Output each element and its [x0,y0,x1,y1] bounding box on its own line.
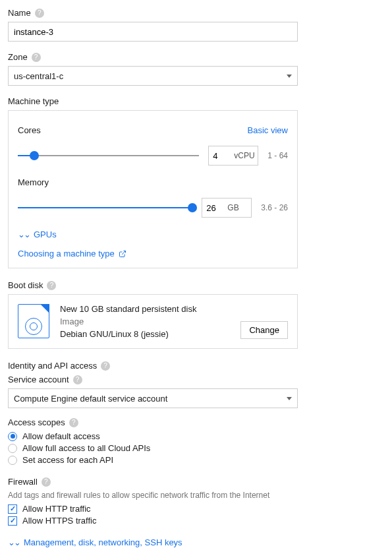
checkbox-icon [8,504,17,514]
scope-default-label: Allow default access [22,431,100,441]
service-account-value: Compute Engine default service account [14,394,167,404]
help-icon[interactable]: ? [42,477,51,487]
memory-slider[interactable] [18,201,192,214]
name-label: Name [8,8,31,18]
identity-label: Identity and API access [8,361,97,371]
scope-default-radio[interactable]: Allow default access [8,431,298,441]
firewall-label: Firewall [8,477,38,487]
help-icon[interactable]: ? [73,375,82,384]
http-checkbox[interactable]: Allow HTTP traffic [8,504,298,514]
basic-view-link[interactable]: Basic view [248,125,288,135]
help-icon[interactable]: ? [69,418,78,427]
boot-disk-panel: New 10 GB standard persistent disk Image… [8,294,298,349]
radio-icon [8,456,17,465]
memory-unit: GB [227,203,242,212]
memory-input[interactable] [202,203,227,213]
zone-value: us-central1-c [14,71,63,81]
radio-icon [8,444,17,453]
help-icon[interactable]: ? [47,281,56,290]
chevron-down-icon [287,75,292,78]
zone-select[interactable]: us-central1-c [8,66,298,86]
help-icon[interactable]: ? [32,53,41,62]
boot-disk-label: Boot disk [8,280,43,290]
memory-range: 3.6 - 26 [261,203,288,212]
scopes-label: Access scopes [8,417,65,427]
gpus-expand[interactable]: ⌄⌄ GPUs [18,229,57,239]
boot-image-value: Debian GNU/Linux 8 (jessie) [60,329,230,339]
http-label: Allow HTTP traffic [22,504,91,514]
service-account-select[interactable]: Compute Engine default service account [8,388,298,408]
https-label: Allow HTTPS traffic [22,516,96,526]
gpus-label: GPUs [34,229,57,239]
change-boot-disk-button[interactable]: Change [240,321,288,339]
cores-slider[interactable] [18,149,199,162]
chevron-down-icon [287,397,292,400]
scope-each-radio[interactable]: Set access for each API [8,455,298,465]
https-checkbox[interactable]: Allow HTTPS traffic [8,516,298,526]
svg-line-0 [122,251,126,255]
name-input[interactable] [8,22,298,42]
help-icon[interactable]: ? [101,361,110,371]
checkbox-icon [8,516,17,526]
machine-type-panel: Basic view Cores vCPU 1 - 64 Memory [8,110,298,268]
disk-icon [18,304,49,338]
scope-full-label: Allow full access to all Cloud APIs [22,443,150,453]
management-expand-label: Management, disk, networking, SSH keys [24,537,182,547]
choosing-machine-link[interactable]: Choosing a machine type [18,249,126,259]
expand-down-icon: ⌄⌄ [18,229,30,239]
cores-input[interactable] [209,151,234,161]
memory-label: Memory [18,177,288,187]
management-expand[interactable]: ⌄⌄ Management, disk, networking, SSH key… [8,537,182,547]
firewall-hint: Add tags and firewall rules to allow spe… [8,491,298,500]
expand-down-icon: ⌄⌄ [8,537,20,547]
zone-label: Zone [8,52,28,62]
service-account-label: Service account [8,375,69,384]
external-link-icon [119,250,126,258]
boot-image-label: Image [60,317,230,326]
radio-icon [8,432,17,441]
boot-disk-title: New 10 GB standard persistent disk [60,304,230,314]
scope-full-radio[interactable]: Allow full access to all Cloud APIs [8,443,298,453]
machine-type-label: Machine type [8,96,59,106]
cores-unit: vCPU [234,151,258,160]
scope-each-label: Set access for each API [22,455,113,465]
help-icon[interactable]: ? [35,9,44,18]
cores-range: 1 - 64 [267,151,288,160]
